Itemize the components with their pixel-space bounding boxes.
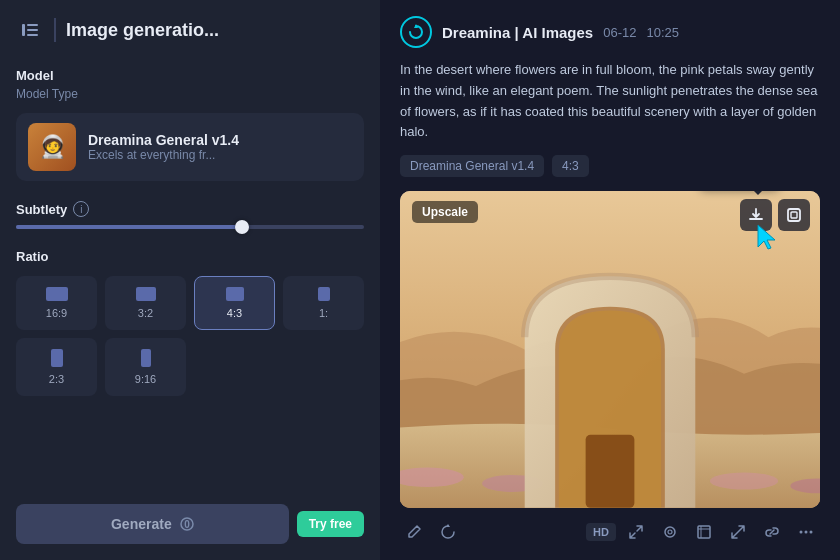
left-panel: Image generatio... Model Model Type 🧑‍🚀 … — [0, 0, 380, 560]
subtlety-slider[interactable] — [16, 225, 364, 229]
ratio-icon-1x — [318, 287, 330, 301]
ratio-btn-4-3[interactable]: 4:3 — [194, 276, 275, 330]
image-container: Upscale Download — [400, 191, 820, 508]
try-free-badge[interactable]: Try free — [297, 511, 364, 537]
download-button[interactable]: Download — [740, 199, 772, 231]
app-icon — [400, 16, 432, 48]
pencil-icon — [406, 524, 422, 540]
ratio-label-1x: 1: — [319, 307, 328, 319]
tag-ratio: 4:3 — [552, 155, 589, 177]
ratio-label-3-2: 3:2 — [138, 307, 153, 319]
slider-thumb — [235, 220, 249, 234]
ratio-label-4-3: 4:3 — [227, 307, 242, 319]
refresh-icon — [440, 524, 456, 540]
ratio-grid-row2: 2:3 9:16 — [16, 338, 364, 396]
svg-rect-0 — [22, 24, 25, 36]
model-section: Model Model Type 🧑‍🚀 Dreamina General v1… — [16, 68, 364, 181]
ratio-btn-9-16[interactable]: 9:16 — [105, 338, 186, 396]
model-description: Excels at everything fr... — [88, 148, 352, 162]
subtlety-row: Subtlety i — [16, 201, 364, 217]
generate-bar: Generate 0 Try free — [16, 504, 364, 544]
page-title: Image generatio... — [66, 20, 219, 41]
ratio-label-2-3: 2:3 — [49, 373, 64, 385]
panel-header: Image generatio... — [16, 16, 364, 44]
ratio-btn-3-2[interactable]: 3:2 — [105, 276, 186, 330]
link-icon — [764, 524, 780, 540]
upscale-icon-btn[interactable] — [622, 518, 650, 546]
svg-rect-1 — [27, 24, 38, 26]
image-actions-top: Download — [740, 199, 810, 231]
subtlety-label: Subtlety — [16, 202, 67, 217]
slider-fill — [16, 225, 242, 229]
ratio-btn-16-9[interactable]: 16:9 — [16, 276, 97, 330]
tags-row: Dreamina General v1.4 4:3 — [380, 155, 840, 191]
ratio-btn-1x[interactable]: 1: — [283, 276, 364, 330]
model-thumbnail: 🧑‍🚀 — [28, 123, 76, 171]
svg-point-17 — [665, 527, 675, 537]
svg-point-24 — [810, 531, 813, 534]
header-time: 10:25 — [646, 25, 679, 40]
svg-rect-3 — [27, 34, 38, 36]
lightning-icon: 0 — [180, 517, 194, 531]
resize-icon — [730, 524, 746, 540]
model-name: Dreamina General v1.4 — [88, 132, 352, 148]
ratio-btn-2-3[interactable]: 2:3 — [16, 338, 97, 396]
model-section-label: Model — [16, 68, 364, 83]
header-divider — [54, 18, 56, 42]
svg-point-10 — [710, 473, 778, 490]
svg-point-23 — [805, 531, 808, 534]
ratio-grid-row1: 16:9 3:2 4:3 1: — [16, 276, 364, 330]
svg-rect-12 — [586, 435, 635, 508]
svg-rect-14 — [788, 209, 800, 221]
ratio-icon-3-2 — [136, 287, 156, 301]
svg-rect-15 — [791, 212, 797, 218]
svg-marker-13 — [758, 225, 775, 249]
more-icon-btn[interactable] — [792, 518, 820, 546]
ratio-icon-4-3 — [226, 287, 244, 301]
hd-badge: HD — [586, 523, 616, 541]
ratio-label-16-9: 16:9 — [46, 307, 67, 319]
more-icon — [798, 524, 814, 540]
tag-model: Dreamina General v1.4 — [400, 155, 544, 177]
ratio-label-9-16: 9:16 — [135, 373, 156, 385]
svg-point-18 — [668, 530, 672, 534]
app-name: Dreamina | AI Images — [442, 24, 593, 41]
model-card[interactable]: 🧑‍🚀 Dreamina General v1.4 Excels at ever… — [16, 113, 364, 181]
svg-point-22 — [800, 531, 803, 534]
brush-icon — [662, 524, 678, 540]
crop-icon-btn[interactable] — [690, 518, 718, 546]
svg-rect-19 — [698, 526, 710, 538]
svg-rect-2 — [27, 29, 38, 31]
resize-icon-btn[interactable] — [724, 518, 752, 546]
description-text: In the desert where flowers are in full … — [380, 60, 840, 155]
right-header: Dreamina | AI Images 06-12 10:25 — [380, 0, 840, 60]
expand-icon — [786, 207, 802, 223]
subtlety-info-icon[interactable]: i — [73, 201, 89, 217]
upscale-badge[interactable]: Upscale — [412, 201, 478, 223]
header-date: 06-12 — [603, 25, 636, 40]
generate-label: Generate — [111, 516, 172, 532]
ratio-label: Ratio — [16, 249, 364, 264]
edit-icon-btn[interactable] — [400, 518, 428, 546]
svg-text:0: 0 — [184, 519, 190, 530]
ratio-icon-2-3 — [51, 349, 63, 367]
upscale-icon — [628, 524, 644, 540]
ratio-icon-16-9 — [46, 287, 68, 301]
bottom-toolbar: HD — [380, 508, 840, 560]
brush-icon-btn[interactable] — [656, 518, 684, 546]
model-type-label: Model Type — [16, 87, 364, 101]
crop-icon — [696, 524, 712, 540]
sidebar-toggle-icon[interactable] — [16, 16, 44, 44]
refresh-icon-btn[interactable] — [434, 518, 462, 546]
ratio-icon-9-16 — [141, 349, 151, 367]
right-panel: Dreamina | AI Images 06-12 10:25 In the … — [380, 0, 840, 560]
model-info: Dreamina General v1.4 Excels at everythi… — [88, 132, 352, 162]
generate-button[interactable]: Generate 0 — [16, 504, 289, 544]
link-icon-btn[interactable] — [758, 518, 786, 546]
expand-button[interactable] — [778, 199, 810, 231]
